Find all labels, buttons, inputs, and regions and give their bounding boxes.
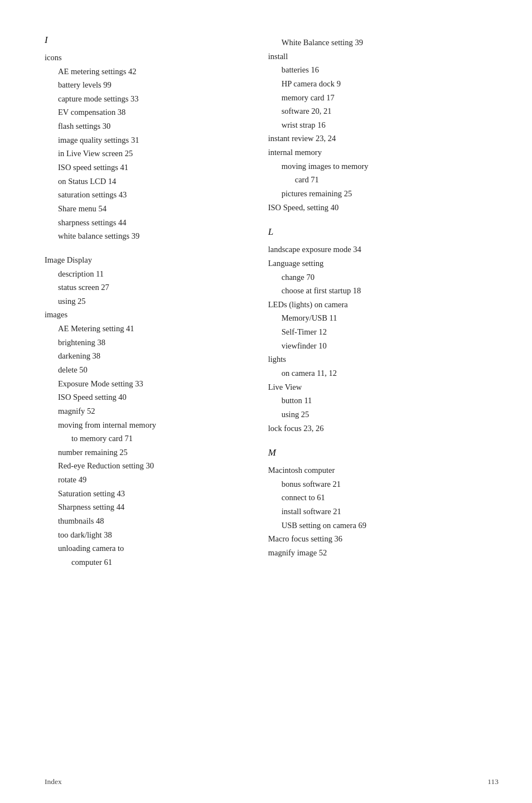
entry-images-rotate: rotate 49	[45, 473, 246, 487]
entry-images-computer: computer 61	[45, 555, 246, 569]
left-column: I icons AE metering settings 42 battery …	[45, 22, 263, 569]
entry-leds-memory-usb: Memory/USB 11	[268, 311, 499, 325]
entry-image-display: Image Display	[45, 253, 246, 267]
entry-macintosh: Macintosh computer	[268, 463, 499, 477]
footer-page-number: 113	[487, 777, 499, 786]
entry-internal-memory: internal memory	[268, 146, 499, 159]
entry-icons-saturation: saturation settings 43	[45, 188, 246, 202]
entry-install-wrist-strap: wrist strap 16	[268, 118, 499, 132]
entry-install-software: software 20, 21	[268, 104, 499, 118]
entry-internal-memory-moving: moving images to memory	[268, 159, 499, 173]
entry-icons-live-view: in Live View screen 25	[45, 147, 246, 161]
entry-instant-review: instant review 23, 24	[268, 132, 499, 146]
entry-icons-ae-metering: AE metering settings 42	[45, 65, 246, 79]
entry-macintosh-connect: connect to 61	[268, 491, 499, 505]
entry-images-brightening: brightening 38	[45, 336, 246, 350]
entry-live-view: Live View	[268, 380, 499, 394]
page-container: I icons AE metering settings 42 battery …	[45, 22, 499, 569]
entry-landscape: landscape exposure mode 34	[268, 243, 499, 257]
entry-icons-ev-compensation: EV compensation 38	[45, 105, 246, 119]
entry-language-change: change 70	[268, 270, 499, 284]
entry-lights-on-camera: on camera 11, 12	[268, 366, 499, 380]
entry-iso-speed: ISO Speed, setting 40	[268, 201, 499, 215]
entry-leds-self-timer: Self-Timer 12	[268, 325, 499, 339]
entry-image-display-status: status screen 27	[45, 280, 246, 294]
entry-images-red-eye: Red-eye Reduction setting 30	[45, 459, 246, 473]
entry-icons-sharpness: sharpness settings 44	[45, 216, 246, 230]
entry-image-display-using: using 25	[45, 294, 246, 308]
entry-install: install	[268, 50, 499, 64]
letter-M: M	[268, 445, 499, 461]
entry-icons-status-lcd: on Status LCD 14	[45, 175, 246, 188]
entry-white-balance-setting: White Balance setting 39	[268, 36, 499, 50]
letter-I: I	[45, 32, 246, 49]
entry-leds-viewfinder: viewfinder 10	[268, 339, 499, 353]
entry-images-exposure-mode: Exposure Mode setting 33	[45, 377, 246, 391]
entry-internal-memory-card: card 71	[268, 173, 499, 187]
entry-install-batteries: batteries 16	[268, 63, 499, 77]
entry-icons-flash: flash settings 30	[45, 119, 246, 133]
entry-images-sharpness: Sharpness setting 44	[45, 500, 246, 514]
entry-images-unloading: unloading camera to	[45, 541, 246, 555]
entry-images-thumbnails: thumbnails 48	[45, 514, 246, 528]
entry-images-saturation: Saturation setting 43	[45, 487, 246, 501]
entry-live-view-button: button 11	[268, 394, 499, 408]
entry-macintosh-usb: USB setting on camera 69	[268, 519, 499, 533]
section-I: I icons AE metering settings 42 battery …	[45, 32, 246, 569]
entry-language-setting: Language setting	[268, 257, 499, 270]
entry-icons-image-quality: image quality settings 31	[45, 133, 246, 147]
entry-install-memory-card: memory card 17	[268, 91, 499, 105]
entry-images-too-dark: too dark/light 38	[45, 528, 246, 542]
entry-lights: lights	[268, 352, 499, 366]
entry-leds: LEDs (lights) on camera	[268, 298, 499, 312]
entry-images: images	[45, 308, 246, 322]
entry-images-moving-from: moving from internal memory	[45, 418, 246, 432]
section-L: L landscape exposure mode 34 Language se…	[268, 224, 499, 435]
entry-images-iso-speed: ISO Speed setting 40	[45, 390, 246, 404]
letter-L: L	[268, 224, 499, 240]
entry-internal-memory-pictures: pictures remaining 25	[268, 187, 499, 201]
entry-images-darkening: darkening 38	[45, 349, 246, 363]
entry-live-view-using: using 25	[268, 408, 499, 422]
entry-icons-capture-mode: capture mode settings 33	[45, 92, 246, 106]
entry-icons-iso-speed: ISO speed settings 41	[45, 161, 246, 175]
entry-language-choose: choose at first startup 18	[268, 284, 499, 298]
entry-magnify-image: magnify image 52	[268, 546, 499, 560]
entry-images-ae-metering: AE Metering setting 41	[45, 322, 246, 336]
entry-images-number-remaining: number remaining 25	[45, 446, 246, 459]
entry-icons: icons	[45, 51, 246, 65]
entry-lock-focus: lock focus 23, 26	[268, 422, 499, 436]
entry-install-hp-dock: HP camera dock 9	[268, 77, 499, 91]
footer-index-label: Index	[45, 777, 62, 786]
entry-macintosh-install-software: install software 21	[268, 505, 499, 519]
entry-icons-battery-levels: battery levels 99	[45, 78, 246, 92]
entry-images-magnify: magnify 52	[45, 404, 246, 418]
section-M: M Macintosh computer bonus software 21 c…	[268, 445, 499, 559]
entry-image-display-description: description 11	[45, 267, 246, 281]
entry-icons-white-balance: white balance settings 39	[45, 229, 246, 243]
entry-icons-share-menu: Share menu 54	[45, 202, 246, 216]
section-I-continued: White Balance setting 39 install batteri…	[268, 36, 499, 214]
entry-macintosh-bonus-software: bonus software 21	[268, 477, 499, 491]
entry-macro-focus: Macro focus setting 36	[268, 532, 499, 546]
entry-images-to-memory-card: to memory card 71	[45, 432, 246, 446]
page-footer: Index 113	[45, 777, 499, 786]
right-column: White Balance setting 39 install batteri…	[263, 22, 499, 569]
entry-images-delete: delete 50	[45, 363, 246, 377]
